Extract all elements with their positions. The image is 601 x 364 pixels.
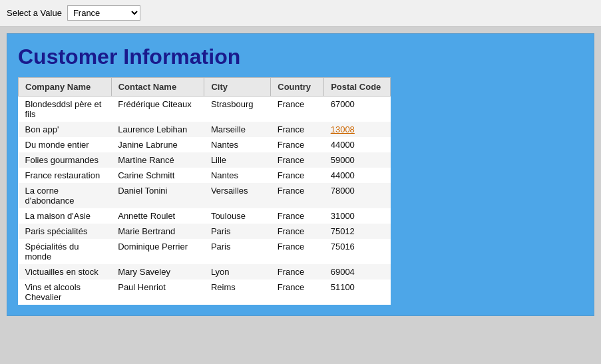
cell-country: France xyxy=(271,183,324,208)
table-row: France restaurationCarine SchmittNantesF… xyxy=(19,168,391,183)
cell-contact: Annette Roulet xyxy=(111,208,204,224)
cell-company: Folies gourmandes xyxy=(19,152,112,168)
select-label: Select a Value xyxy=(7,8,62,18)
table-row: La maison d'AsieAnnette RouletToulouseFr… xyxy=(19,208,391,224)
cell-company: Victuailles en stock xyxy=(19,264,112,279)
cell-city: Lille xyxy=(204,152,271,168)
cell-country: France xyxy=(271,224,324,239)
table-row: Spécialités du mondeDominique PerrierPar… xyxy=(19,239,391,264)
col-header-city: City xyxy=(204,78,271,96)
table-row: Paris spécialitésMarie BertrandParisFran… xyxy=(19,224,391,239)
table-row: Blondesddsl père et filsFrédérique Citea… xyxy=(19,96,391,122)
cell-postal: 75012 xyxy=(324,224,391,239)
cell-city: Nantes xyxy=(204,137,271,152)
cell-postal: 59000 xyxy=(324,152,391,168)
value-select[interactable]: FranceGermanyUSAUK xyxy=(67,5,140,21)
col-header-postal: Postal Code xyxy=(324,78,391,96)
col-header-contact: Contact Name xyxy=(111,78,204,96)
cell-contact: Janine Labrune xyxy=(111,137,204,152)
cell-postal: 44000 xyxy=(324,168,391,183)
cell-postal: 31000 xyxy=(324,208,391,224)
cell-city: Marseille xyxy=(204,122,271,137)
cell-city: Nantes xyxy=(204,168,271,183)
cell-country: France xyxy=(271,168,324,183)
table-row: Vins et alcools ChevalierPaul HenriotRei… xyxy=(19,279,391,305)
cell-postal: 51100 xyxy=(324,279,391,305)
cell-country: France xyxy=(271,137,324,152)
cell-city: Reims xyxy=(204,279,271,305)
cell-company: La maison d'Asie xyxy=(19,208,112,224)
cell-company: Du monde entier xyxy=(19,137,112,152)
cell-postal: 44000 xyxy=(324,137,391,152)
cell-country: France xyxy=(271,152,324,168)
cell-company: La corne d'abondance xyxy=(19,183,112,208)
cell-company: Paris spécialités xyxy=(19,224,112,239)
table-row: Victuailles en stockMary SaveleyLyonFran… xyxy=(19,264,391,279)
cell-country: France xyxy=(271,208,324,224)
cell-contact: Daniel Tonini xyxy=(111,183,204,208)
cell-company: Spécialités du monde xyxy=(19,239,112,264)
cell-postal: 78000 xyxy=(324,183,391,208)
cell-company: Blondesddsl père et fils xyxy=(19,96,112,122)
cell-postal: 67000 xyxy=(324,96,391,122)
cell-contact: Carine Schmitt xyxy=(111,168,204,183)
cell-contact: Mary Saveley xyxy=(111,264,204,279)
table-row: Du monde entierJanine LabruneNantesFranc… xyxy=(19,137,391,152)
table-body: Blondesddsl père et filsFrédérique Citea… xyxy=(19,96,391,305)
cell-country: France xyxy=(271,264,324,279)
postal-link[interactable]: 13008 xyxy=(331,124,355,134)
cell-country: France xyxy=(271,239,324,264)
cell-city: Strasbourg xyxy=(204,96,271,122)
cell-postal[interactable]: 13008 xyxy=(324,122,391,137)
cell-country: France xyxy=(271,96,324,122)
cell-country: France xyxy=(271,279,324,305)
page-title: Customer Information xyxy=(18,45,583,69)
cell-city: Paris xyxy=(204,224,271,239)
cell-city: Lyon xyxy=(204,264,271,279)
cell-contact: Laurence Lebihan xyxy=(111,122,204,137)
cell-contact: Marie Bertrand xyxy=(111,224,204,239)
customer-table: Company Name Contact Name City Country P… xyxy=(18,77,391,305)
cell-contact: Dominique Perrier xyxy=(111,239,204,264)
cell-postal: 75016 xyxy=(324,239,391,264)
table-row: Bon app'Laurence LebihanMarseilleFrance1… xyxy=(19,122,391,137)
cell-postal: 69004 xyxy=(324,264,391,279)
main-area: Customer Information Company Name Contac… xyxy=(7,33,594,316)
top-bar: Select a Value FranceGermanyUSAUK xyxy=(0,0,601,27)
cell-company: Bon app' xyxy=(19,122,112,137)
table-header-row: Company Name Contact Name City Country P… xyxy=(19,78,391,96)
cell-country: France xyxy=(271,122,324,137)
cell-contact: Frédérique Citeaux xyxy=(111,96,204,122)
cell-city: Toulouse xyxy=(204,208,271,224)
cell-contact: Martine Rancé xyxy=(111,152,204,168)
table-row: Folies gourmandesMartine RancéLilleFranc… xyxy=(19,152,391,168)
col-header-country: Country xyxy=(271,78,324,96)
cell-contact: Paul Henriot xyxy=(111,279,204,305)
cell-company: France restauration xyxy=(19,168,112,183)
col-header-company: Company Name xyxy=(19,78,112,96)
cell-city: Paris xyxy=(204,239,271,264)
cell-city: Versailles xyxy=(204,183,271,208)
cell-company: Vins et alcools Chevalier xyxy=(19,279,112,305)
table-row: La corne d'abondanceDaniel ToniniVersail… xyxy=(19,183,391,208)
